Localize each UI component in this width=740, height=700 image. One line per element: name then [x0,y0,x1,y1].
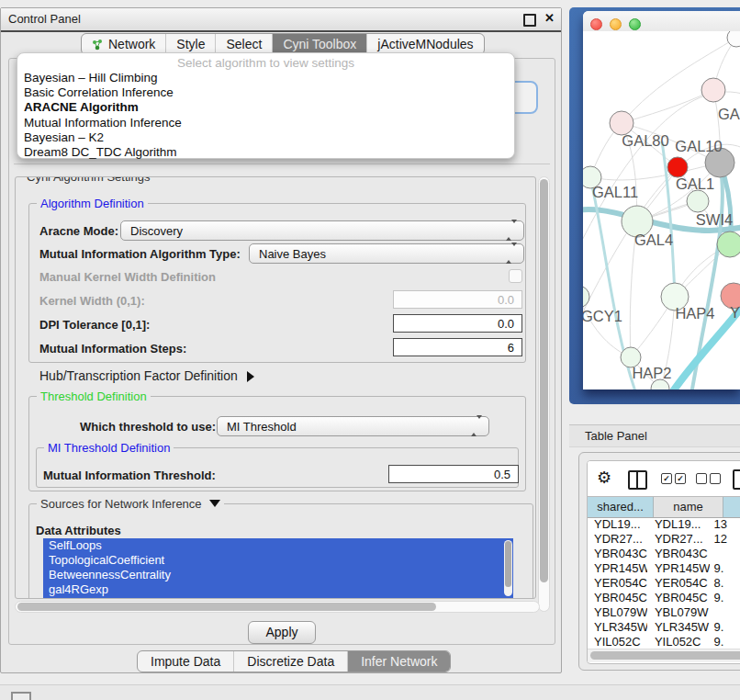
mi-threshold-label: Mutual Information Threshold: [43,469,216,482]
table-row[interactable]: YLR345WYLR345W9. [588,620,740,635]
table-column-header[interactable]: name [654,497,723,517]
table-row[interactable]: YBR043CYBR043C [588,547,740,561]
settings-vscroll-thumb[interactable] [540,179,548,582]
algorithm-option[interactable]: Dream8 DC_TDC Algorithm [17,145,514,160]
close-icon[interactable]: ✕ [544,11,555,25]
tab-select[interactable]: Select [215,34,272,54]
which-threshold-value: MI Threshold [227,420,297,434]
table-cell: YBL079W [647,605,711,620]
select-all-checkbox2-icon[interactable]: ✓ [675,473,686,484]
table-row[interactable]: YER054CYER054C8. [588,576,740,591]
export-table-icon[interactable] [733,469,740,490]
apply-button[interactable]: Apply [248,621,316,644]
dpi-tolerance-field[interactable]: 0.0 [393,314,522,333]
network-node-label: GAL4 [634,231,673,248]
algorithm-option[interactable]: ARACNE Algorithm [17,100,514,115]
cyni-algorithm-settings-group: Cyni Algorithm Settings Algorithm Defini… [15,176,536,599]
deselect-checkbox-icon[interactable] [696,473,707,484]
table-cell: YER054C [647,576,711,591]
bottom-tab-impute-data[interactable]: Impute Data [138,651,233,672]
network-node-label: GAL10 [675,138,722,154]
network-window[interactable]: GALGAL80GAL10GAL11GAL1GAL4SWI4GCY1HAP4YH… [583,11,740,390]
attribute-list-item[interactable]: gal4RGexp [43,582,513,597]
mi-type-combo[interactable]: Naive Bayes [249,243,524,264]
mi-threshold-title: MI Threshold Definition [44,441,174,455]
mi-steps-field[interactable]: 6 [393,338,522,356]
deselect-checkbox2-icon[interactable] [710,473,721,484]
table-rows: YDL19...YDL19...13YDR27...YDR27...12YBR0… [588,517,740,649]
table-cell: YDL19... [588,517,647,532]
table-row[interactable]: YBR045CYBR045C9. [588,591,740,605]
bottom-tab-infer-network[interactable]: Infer Network [347,651,450,672]
combo-arrows-icon [471,416,482,436]
close-traffic-light-icon[interactable] [590,18,602,30]
network-tab-icon [92,39,104,51]
table-cell: 9. [710,561,740,576]
network-node-label: GAL [718,106,740,122]
settings-horizontal-scrollbar[interactable] [15,601,540,613]
collapsed-panel-icon[interactable] [11,692,31,700]
algorithm-option[interactable]: Mutual Information Inference [17,116,514,130]
tab-style[interactable]: Style [165,34,215,54]
table-row[interactable]: YBL079WYBL079W [588,605,740,620]
table-row[interactable]: YPR145WYPR145W9. [588,561,740,576]
tab-jactivemnodules[interactable]: jActiveMNodules [366,34,483,54]
minimize-traffic-light-icon[interactable] [610,18,622,30]
sources-title: Sources for Network Inference [40,497,202,511]
table-cell: YBR043C [647,547,711,561]
tab-label: Network [108,37,155,51]
algorithm-option[interactable]: Bayesian – Hill Climbing [17,71,514,85]
dropdown-items: Bayesian – Hill ClimbingBasic Correlatio… [17,71,514,160]
table-panel-title: Table Panel [585,429,647,443]
table-cell: 12 [710,532,740,547]
tab-cyni-toolbox[interactable]: Cyni Toolbox [272,34,366,54]
bottom-tab-discretize-data[interactable]: Discretize Data [233,651,347,672]
algorithm-option[interactable]: Bayesian – K2 [17,130,514,145]
table-cell: YLR345W [588,620,647,635]
table-row[interactable]: YDL19...YDL19...13 [588,517,740,532]
select-all-checkbox-icon[interactable]: ✓ [661,473,672,484]
network-node-gal1[interactable] [687,190,709,212]
table-horizontal-scrollbar[interactable] [588,649,740,662]
attribute-list-item[interactable]: BetweennessCentrality [43,568,513,582]
table-column-header[interactable]: shared... [588,497,654,517]
column-layout-icon[interactable] [628,470,647,490]
aracne-mode-label: Aracne Mode: [39,224,118,238]
network-node-swi4[interactable] [717,231,740,257]
zoom-traffic-light-icon[interactable] [629,18,641,30]
combo-arrows-icon [506,243,517,264]
network-node[interactable] [667,157,688,177]
dropdown-prompt: Select algorithm to view settings [17,55,514,71]
table-column-header[interactable]: A [723,497,740,517]
aracne-mode-value: Discovery [130,224,183,238]
table-row[interactable]: YIL052CYIL052C9. [588,635,740,649]
algorithm-option[interactable]: Basic Correlation Inference [17,85,514,100]
network-node[interactable] [727,31,740,47]
mi-threshold-field[interactable]: 0.5 [388,465,519,483]
table-row[interactable]: YDR27...YDR27...12 [588,532,740,547]
network-canvas[interactable]: GALGAL80GAL10GAL11GAL1GAL4SWI4GCY1HAP4YH… [583,31,740,390]
settings-vertical-scrollbar[interactable] [538,176,550,612]
attribute-list-item[interactable]: TopologicalCoefficient [43,553,513,568]
table-toolbar: ⚙ ✓ ✓ [588,461,740,496]
attributes-scroll-thumb[interactable] [505,541,511,587]
mi-steps-label: Mutual Information Steps: [39,342,186,356]
hub-definition-toggle[interactable]: Hub/Transcription Factor Definition [39,368,254,383]
data-attributes-list[interactable]: SelfLoopsTopologicalCoefficientBetweenne… [43,538,513,599]
network-node-gcy1[interactable] [583,286,589,308]
which-threshold-combo[interactable]: MI Threshold [217,416,489,436]
network-node-label: GCY1 [583,308,622,324]
expand-down-icon [209,500,220,507]
table-cell: YDR27... [588,532,647,547]
table-hscroll-thumb[interactable] [590,651,740,660]
network-node-gal[interactable] [701,78,725,102]
settings-hscroll-thumb[interactable] [17,603,436,611]
attribute-list-item[interactable]: SelfLoops [43,538,513,553]
aracne-mode-combo[interactable]: Discovery [120,220,524,241]
manual-kernel-checkbox[interactable] [509,269,522,283]
float-window-icon[interactable] [523,14,536,27]
attributes-scrollbar[interactable] [504,540,512,596]
sources-toggle[interactable]: Sources for Network Inference [37,497,224,511]
gear-icon[interactable]: ⚙ [597,468,611,488]
tab-network[interactable]: Network [82,34,165,54]
